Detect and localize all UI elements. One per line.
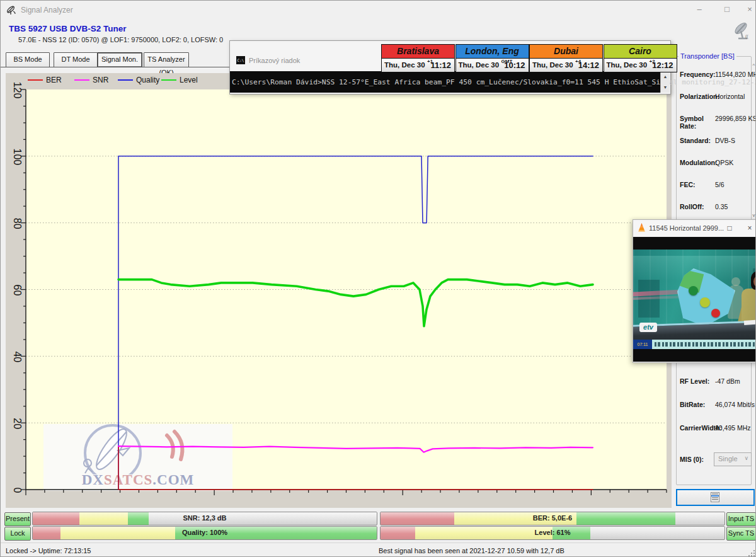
legend-level: Level [161,75,198,85]
clock-dubai[interactable]: Dubai Thu, Dec 30 +4 14:12 [529,44,603,72]
close-icon[interactable]: × [739,1,756,18]
symbol-rate-value: 29996,859 KS/s [715,115,756,122]
quality-meter: Quality: 100% [32,526,377,540]
panel-scroll-down-icon[interactable]: v [751,212,756,218]
svg-text:20: 20 [12,418,23,429]
console-scrollbar[interactable]: ▲ ▼ [660,71,670,93]
ticker-time: 07:11 [633,340,652,349]
standard-label: Standard: [680,137,716,144]
clock-time: 11:12 [430,60,451,70]
sync-ts-button[interactable]: Sync TS [726,527,756,541]
modulation-value: QPSK [715,159,733,166]
frequency-label: Frequency: [680,71,716,78]
clock-city: Cairo [604,44,677,59]
rf-level-label: RF Level: [680,377,716,385]
legend-quality: Quality [118,75,159,85]
polarization-value: Horizontal [715,93,745,100]
clock-london[interactable]: London, Eng Thu, Dec 30 GMT 10:12 [455,44,529,72]
rf-level-value: -47 dBm [715,377,740,385]
svg-text:120: 120 [12,82,23,99]
clock-date: Thu, Dec 30 [384,61,425,69]
clock-date: Thu, Dec 30 [532,61,573,69]
modulation-label: Modulation: [680,159,716,166]
ts-analyzer-button[interactable]: TS Analyzer (OK) [144,52,189,67]
carrier-width-value: 40,495 MHz [715,424,751,432]
map-circle-red [711,309,720,318]
svg-text:60: 60 [12,285,23,296]
satellite-dish-icon: (( [731,20,753,41]
standard-value: DVB-S [715,137,735,144]
input-ts-button[interactable]: Input TS [726,512,756,526]
fec-value: 5/6 [715,181,724,188]
signal-chart: 020406080100120 [6,73,672,508]
level-meter: Level: 61% [380,526,725,540]
fec-label: FEC: [680,181,716,188]
maximize-icon[interactable]: □ [716,1,738,18]
clock-cairo[interactable]: Cairo Thu, Dec 30 +2 12:12 [604,44,677,72]
tuner-title: TBS 5927 USB DVB-S2 Tuner [9,24,127,33]
close-icon[interactable]: × [740,220,756,236]
mis-dropdown[interactable]: Single ∨ [714,452,752,466]
ber-meter: BER: 5,0E-6 [380,512,725,525]
mis-value: Single [718,455,738,462]
lock-indicator-button[interactable]: Lock [4,527,31,541]
map-circle-yellow [700,297,710,307]
signal-mon-button[interactable]: Signal Mon. [97,52,142,67]
svg-text:80: 80 [12,218,23,229]
clock-bratislava[interactable]: Bratislava Thu, Dec 30 +1 11:12 [381,44,455,72]
mis-label: MIS (0): [680,456,716,463]
tv-studio-scene: etv 4 07:11 [633,250,756,349]
title-bar[interactable]: Signal Analyzer – □ × [1,1,756,20]
vlc-video-window[interactable]: 11545 Horizontal 2999... – □ × [633,219,756,363]
map-circle-green [689,286,698,296]
vlc-cone-icon [638,223,646,232]
maximize-icon[interactable]: □ [720,220,739,236]
dt-mode-button[interactable]: DT Mode [54,52,98,67]
app-icon [6,4,17,16]
news-ticker: 07:11 [633,340,756,349]
minimize-icon[interactable]: – [699,220,718,236]
rolloff-value: 0.35 [715,203,728,210]
video-screen[interactable]: etv 4 07:11 [633,237,756,362]
symbol-rate-label: Symbol Rate: [680,115,716,130]
clock-date: Thu, Dec 30 [459,61,500,69]
clock-time: 12:12 [652,60,673,70]
quality-legend-line [118,79,133,81]
status-bar: Locked -> Uptime: 72:13:15 Best signal h… [1,543,756,557]
tuning-info: 57.0E - NSS 12 (ID: 0570) @ LOF1: 975000… [18,36,223,43]
scroll-up-icon[interactable]: ▲ [661,71,670,82]
bitrate-label: BitRate: [680,401,716,408]
signal-chart-panel: DXSATCS.COM 020406080100120 BER SNR Qual… [6,73,672,508]
level-legend-line [161,79,176,81]
resize-grip[interactable] [748,550,755,556]
legend-ber: BER [28,75,62,85]
snr-meter: SNR: 12,3 dB [32,512,377,525]
ber-legend-line [28,79,43,81]
scroll-down-icon[interactable]: ▼ [661,82,670,93]
clock-city: Dubai [529,44,603,59]
polarization-label: Polarization: [680,93,716,100]
console-output[interactable]: C:\Users\Roman Dávid>NSS 12-57°E_East Af… [230,71,660,93]
minimize-icon[interactable]: – [689,1,710,18]
clock-city: London, Eng [455,44,529,59]
clock-time: 10:12 [504,60,525,70]
ticker-text-marks [655,342,756,347]
etv-logo: etv [639,323,657,332]
svg-text:40: 40 [12,351,23,362]
clock-date: Thu, Dec 30 [607,61,648,69]
snr-legend-line [74,79,89,81]
best-signal-text: Best signal has been seen at 2021-12-27 … [379,547,564,554]
frequency-value: 11544,820 MHz [715,71,756,78]
panel-scroll-up-icon[interactable]: ^ [751,62,756,68]
console-prompt-text: C:\Users\Roman Dávid>NSS 12-57°E_East Af… [232,78,756,86]
present-indicator-button[interactable]: Present [4,512,31,526]
cmd-icon: C:\ [236,56,245,64]
bs-mode-button[interactable]: BS Mode [6,52,50,67]
signal-analyzer-window: Signal Analyzer – □ × TBS 5927 USB DVB-S… [0,0,756,557]
services-list-button[interactable] [676,489,755,506]
console-window-title: Príkazový riadok [249,57,300,64]
window-title: Signal Analyzer [21,6,73,14]
rolloff-label: RollOff: [680,203,716,210]
ber-meter-label: BER: 5,0E-6 [381,512,724,525]
svg-text:0: 0 [12,488,23,493]
